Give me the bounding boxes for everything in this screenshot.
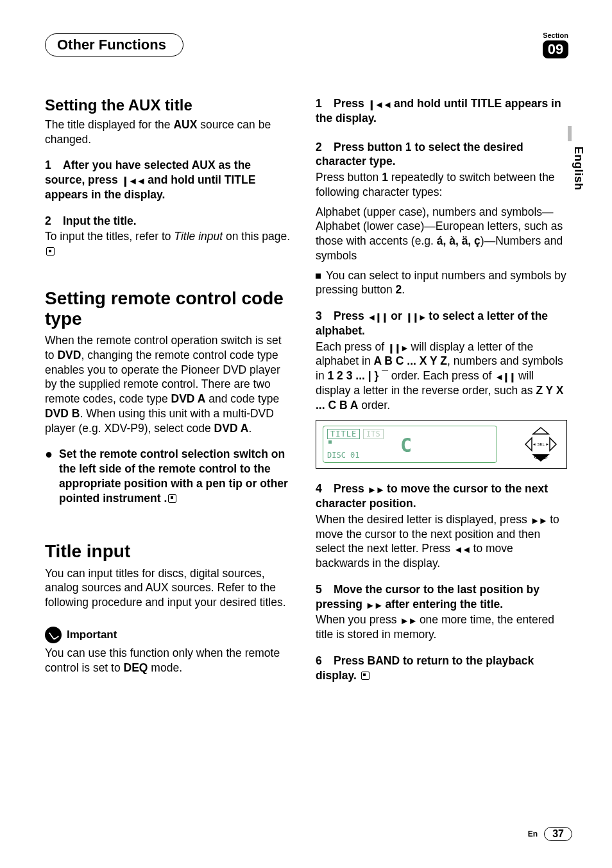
aux-step2-body: To input the titles, refer to Title inpu… (45, 229, 293, 259)
text: Input the title. (63, 214, 137, 227)
step2-heading: 2Press button 1 to select the desired ch… (316, 140, 567, 169)
step2-body-1: Press button 1 repeatedly to switch betw… (316, 170, 567, 200)
heading-remote-control: Setting remote control code type (45, 288, 293, 329)
text: on this page. (223, 230, 290, 243)
text-bold: DVD A (214, 422, 249, 435)
lcd-screen: TITLE ITS DISC 01 C (323, 426, 497, 463)
lcd-disc-label: DISC 01 (327, 451, 360, 460)
title-input-body: You can input titles for discs, digital … (45, 566, 293, 610)
text: Press (334, 97, 368, 110)
step2-note: You can select to input numbers and symb… (316, 268, 567, 298)
left-column: Setting the AUX title The title displaye… (45, 96, 293, 684)
ffwd-icon: ►► (366, 600, 382, 611)
text: order. (358, 399, 390, 412)
dpad-sel-label: ◄ SEL ► (532, 442, 549, 446)
remote-action-bullet: ● Set the remote control selection switc… (45, 447, 293, 505)
text-bold: A B C ... X Y Z (374, 354, 447, 367)
lcd-letter: C (400, 434, 413, 456)
text: Press (334, 482, 368, 495)
dpad-illustration: ◄ SEL ► (522, 426, 560, 462)
step2-body-2: Alphabet (upper case), numbers and symbo… (316, 205, 567, 263)
text: mode. (148, 661, 183, 674)
text: and code type (205, 392, 279, 405)
step1-heading: 1Press ❙◄◄ and hold until TITLE appears … (316, 96, 567, 126)
left-pause-icon: ◄❙❙ (368, 312, 388, 322)
text-italic: Title input (174, 230, 223, 243)
square-bullet-icon (316, 273, 321, 279)
text: or (387, 309, 405, 322)
important-note-row: Important (45, 627, 293, 643)
ffwd-icon: ►► (368, 484, 384, 495)
text: after entering the title. (382, 598, 504, 611)
text: When you press (316, 613, 400, 626)
chapter-title: Other Functions (57, 37, 166, 53)
end-of-section-icon (168, 494, 176, 503)
text-bold: 1 2 3 ... | } ¯ (327, 369, 387, 382)
text-bold: á, à, ä, ç (437, 234, 480, 247)
step6-heading: 6Press BAND to return to the playback di… (316, 654, 567, 683)
page-number: 37 (544, 827, 572, 841)
aux-step1-heading: 1After you have selected AUX as the sour… (45, 158, 293, 202)
text: Press button (316, 171, 382, 184)
step4-body: When the desired letter is displayed, pr… (316, 512, 567, 571)
ffwd-icon: ►► (531, 515, 547, 526)
lcd-illustration: TITLE ITS DISC 01 C ◄ SEL ► (316, 420, 567, 469)
text: Press button 1 to select the desired cha… (316, 141, 523, 168)
heading-aux-title: Setting the AUX title (45, 96, 293, 115)
right-column: 1Press ❙◄◄ and hold until TITLE appears … (316, 96, 567, 684)
important-body: You can use this function only when the … (45, 646, 293, 675)
end-of-section-icon (361, 672, 370, 680)
text: order. Each press of (388, 369, 495, 382)
text: Press BAND to return to the playback dis… (316, 654, 534, 682)
language-side-tab: English (572, 135, 588, 202)
right-pause-icon: ❙❙► (405, 312, 426, 322)
language-label: English (572, 146, 585, 191)
step5-heading: 5Move the cursor to the last position by… (316, 582, 567, 612)
footer-lang-code: En (528, 829, 538, 838)
text-bold: DVD B (45, 407, 80, 420)
ffwd-icon: ►► (400, 615, 416, 626)
text-bold: DEQ (124, 661, 148, 674)
aux-step2-heading: 2Input the title. (45, 214, 293, 229)
step3-heading: 3Press ◄❙❙ or ❙❙► to select a letter of … (316, 309, 567, 338)
end-of-section-icon (46, 247, 55, 256)
rew-icon: ◄◄ (454, 544, 470, 555)
bullet-icon: ● (45, 447, 53, 505)
chapter-pill: Other Functions (45, 33, 183, 56)
text: Each press of (316, 340, 387, 353)
text-bold: 2 (396, 283, 402, 296)
text: . (248, 422, 251, 435)
text: You can select to input numbers and symb… (316, 269, 566, 297)
text-bold: AUX (173, 118, 197, 131)
important-icon (45, 627, 62, 643)
section-badge-wrap: Section 09 (543, 31, 568, 58)
text: Press (334, 309, 368, 322)
heading-title-input: Title input (45, 541, 293, 562)
aux-intro: The title displayed for the AUX source c… (45, 117, 293, 147)
text: When the desired letter is displayed, pr… (316, 513, 531, 526)
section-number: 09 (543, 40, 568, 58)
text-bold: DVD A (171, 392, 206, 405)
lcd-title-tag: TITLE (327, 429, 360, 439)
text: The title displayed for the (45, 118, 173, 131)
page-footer: En 37 (528, 827, 572, 841)
step4-heading: 4Press ►► to move the cursor to the next… (316, 482, 567, 511)
prev-track-icon: ❙◄◄ (121, 175, 145, 186)
important-label: Important (67, 629, 117, 641)
section-label: Section (543, 31, 568, 39)
text-bold: 1 (382, 171, 388, 184)
page-header: Other Functions Section 09 (45, 32, 568, 58)
step3-body: Each press of ❙❙► will display a letter … (316, 340, 567, 413)
prev-track-icon: ❙◄◄ (368, 99, 391, 110)
lcd-its-tag: ITS (363, 429, 384, 439)
left-pause-icon: ◄❙❙ (495, 372, 515, 382)
remote-body: When the remote control operation switch… (45, 333, 293, 435)
text: . (402, 283, 405, 296)
text: To input the titles, refer to (45, 230, 174, 243)
text-bold: DVD (57, 349, 81, 361)
right-pause-icon: ❙❙► (387, 343, 408, 353)
step5-body: When you press ►► one more time, the ent… (316, 612, 567, 642)
